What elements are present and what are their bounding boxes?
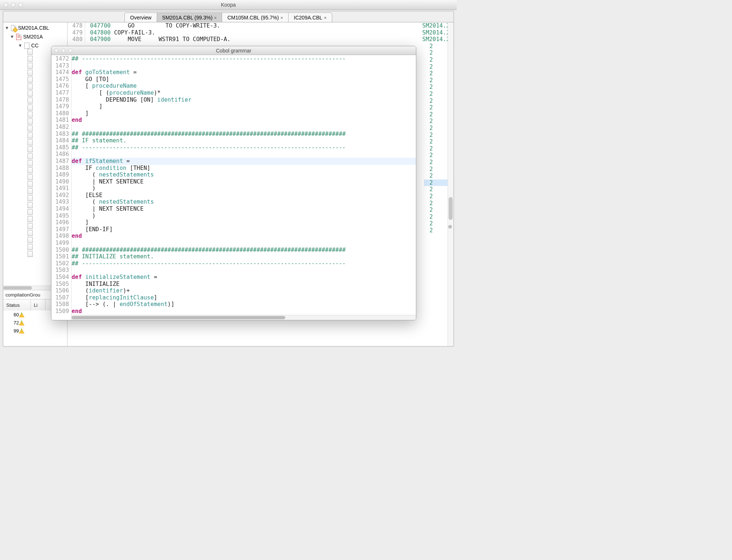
grammar-line[interactable] — [72, 240, 416, 247]
grammar-line[interactable]: ## -------------------------------------… — [72, 144, 416, 151]
grammar-line[interactable]: def ifStatement = — [72, 158, 416, 165]
grammar-h-scrollbar[interactable] — [72, 315, 416, 320]
line-number: 1509 — [51, 308, 69, 315]
source-tag-tail: 2 — [430, 172, 433, 179]
grammar-line[interactable]: end — [72, 233, 416, 240]
grammar-line[interactable]: ## IF statement. — [72, 137, 416, 144]
grammar-line[interactable]: ## -------------------------------------… — [72, 55, 416, 62]
tab-label: SM201A.CBL (99.3%) — [162, 15, 213, 21]
chevron-down-icon[interactable]: ▼ — [5, 25, 9, 30]
scroll-thumb[interactable] — [3, 286, 32, 290]
grammar-titlebar[interactable]: Cobol grammar — [51, 46, 416, 55]
editor-v-scrollbar[interactable] — [447, 22, 453, 346]
line-number: 1493 — [51, 199, 69, 206]
warning-icon — [19, 328, 25, 334]
grammar-line[interactable]: DEPENDING [ON] identifier — [72, 97, 416, 103]
tab-ic209a[interactable]: IC209A.CBL × — [289, 12, 332, 22]
source-tag-tail: 2 — [430, 145, 433, 152]
source-tag-tail: 2 — [430, 152, 433, 159]
source-tag-tail: 2 — [430, 179, 433, 186]
grammar-gutter: 1472147314741475147614771478147914801481… — [51, 55, 72, 320]
grammar-line[interactable]: def goToStatement = — [72, 69, 416, 76]
close-icon[interactable]: × — [324, 15, 327, 21]
grammar-window[interactable]: Cobol grammar 14721473147414751476147714… — [51, 46, 416, 320]
grammar-line[interactable]: [replacingInitClause] — [72, 294, 416, 301]
source-text: COPY-FAIL-3. — [110, 29, 453, 36]
col-line[interactable]: Li — [31, 299, 46, 310]
grammar-line[interactable] — [72, 62, 416, 69]
grammar-line[interactable]: [ (procedureName)* — [72, 90, 416, 97]
grammar-line[interactable]: ( nestedStatements — [72, 171, 416, 178]
scroll-thumb[interactable] — [449, 197, 453, 220]
close-icon[interactable]: × — [214, 15, 217, 21]
grammar-line[interactable]: ) — [72, 185, 416, 192]
line-number: 1492 — [51, 192, 69, 199]
grammar-line[interactable] — [72, 151, 416, 158]
grammar-line[interactable]: (identifier)+ — [72, 287, 416, 294]
grammar-line[interactable]: ] — [72, 219, 416, 226]
grammar-line[interactable]: [END-IF] — [72, 226, 416, 233]
source-line[interactable]: 480 047900 MOVE WSTR91 TO COMPUTED-A.SM2… — [68, 36, 453, 43]
source-line[interactable]: 479 047800 COPY-FAIL-3.SM2014.2 — [68, 29, 453, 36]
chevron-down-icon[interactable]: ▼ — [10, 34, 14, 39]
grammar-line[interactable]: def initializeStatement = — [72, 274, 416, 281]
source-tag-tail: 2 — [430, 200, 433, 207]
source-tag-tail: 2 — [430, 104, 433, 111]
grammar-line[interactable]: ## #####################################… — [72, 247, 416, 254]
grammar-line[interactable] — [72, 267, 416, 274]
grammar-line[interactable]: | NEXT SENTENCE — [72, 206, 416, 212]
minimize-icon[interactable] — [11, 3, 15, 7]
grammar-line[interactable]: ( nestedStatements — [72, 199, 416, 206]
tree-label: SM201A.CBL — [18, 25, 49, 31]
grammar-line[interactable]: [--> (. | endOfStatement)] — [72, 301, 416, 308]
close-icon[interactable]: × — [280, 15, 283, 21]
status-line-number: 72 — [14, 320, 19, 326]
grammar-line[interactable]: ## #####################################… — [72, 131, 416, 138]
source-text: MOVE WSTR91 TO COMPUTED-A. — [110, 36, 453, 43]
overview-marker[interactable] — [448, 225, 452, 229]
grammar-line[interactable]: GO [TO] — [72, 76, 416, 83]
source-tag-tail: 2 — [430, 98, 433, 104]
line-number: 1504 — [51, 274, 69, 281]
doc-icon — [28, 202, 33, 208]
col-status[interactable]: Status — [3, 299, 31, 310]
grammar-line[interactable]: end — [72, 117, 416, 124]
doc-icon — [28, 105, 33, 110]
tree-row-program[interactable]: ▼ SM201A — [3, 32, 67, 41]
close-icon[interactable] — [4, 3, 8, 7]
tab-sm201a[interactable]: SM201A.CBL (99.3%) × — [157, 12, 222, 22]
grammar-line[interactable]: [ELSE — [72, 192, 416, 199]
source-tag-tail: 2 — [430, 214, 433, 220]
status-line-number: 99 — [14, 328, 19, 334]
source-line[interactable]: 478 047700 GO TO COPY-WRITE-3.SM2014.2 — [68, 22, 453, 29]
status-row[interactable]: 99 — [3, 327, 67, 335]
scroll-thumb[interactable] — [72, 316, 285, 319]
line-number: 1476 — [51, 83, 69, 90]
tree-row-root[interactable]: ▼ SM201A.CBL — [3, 23, 67, 32]
doc-icon — [28, 132, 33, 138]
grammar-line[interactable] — [72, 124, 416, 131]
doc-icon — [28, 223, 33, 229]
grammar-line[interactable]: [ procedureName — [72, 83, 416, 90]
line-number: 1477 — [51, 90, 69, 97]
grammar-line[interactable]: | NEXT SENTENCE — [72, 178, 416, 185]
grammar-line[interactable]: end — [72, 308, 416, 315]
traffic-lights — [0, 3, 23, 7]
grammar-line[interactable]: ] — [72, 110, 416, 117]
chevron-down-icon[interactable]: ▼ — [18, 43, 22, 48]
grammar-line[interactable]: ## INITIALIZE statement. — [72, 253, 416, 260]
zoom-icon[interactable] — [18, 3, 23, 7]
tab-label: IC209A.CBL — [294, 15, 322, 21]
warning-icon — [19, 312, 25, 317]
grammar-line[interactable]: ) — [72, 212, 416, 219]
tab-overview[interactable]: Overview — [124, 12, 157, 22]
grammar-line[interactable]: ] — [72, 103, 416, 110]
tree-label: CC — [31, 43, 39, 48]
grammar-editor[interactable]: ## -------------------------------------… — [72, 55, 416, 320]
tab-cm105m[interactable]: CM105M.CBL (95.7%) × — [222, 12, 289, 22]
grammar-line[interactable]: INITIALIZE — [72, 281, 416, 288]
grammar-line[interactable]: ## -------------------------------------… — [72, 260, 416, 267]
line-number: 1486 — [51, 151, 69, 158]
line-number: 479 — [68, 29, 85, 36]
grammar-line[interactable]: IF condition [THEN] — [72, 165, 416, 172]
